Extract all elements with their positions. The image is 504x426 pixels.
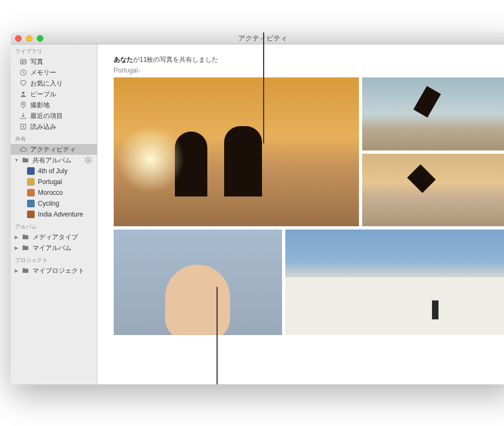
callout-line-top xyxy=(263,32,264,143)
shared-album-item[interactable]: Morocco xyxy=(11,187,97,198)
window-body: ライブラリ 写真 メモリー お気に入り ピープル 撮影地 xyxy=(11,44,504,384)
album-thumbnail-icon xyxy=(27,167,35,175)
disclosure-icon[interactable]: ▶ xyxy=(14,268,18,273)
sidebar-item-photos[interactable]: 写真 xyxy=(11,56,97,67)
maximize-button[interactable] xyxy=(37,35,43,42)
close-button[interactable] xyxy=(15,35,22,42)
activity-text: が11枚の写真を共有しました xyxy=(133,56,218,63)
photo-grid-row1 xyxy=(114,77,504,226)
disclosure-icon[interactable]: ▶ xyxy=(14,234,18,240)
sidebar-item-places[interactable]: 撮影地 xyxy=(11,100,97,110)
photo-grid-row2 xyxy=(114,230,504,335)
sidebar-label: メディアタイプ xyxy=(32,233,78,242)
sidebar: ライブラリ 写真 メモリー お気に入り ピープル 撮影地 xyxy=(11,44,97,384)
activity-description: あなたが11枚の写真を共有しました xyxy=(114,55,504,64)
main-content: あなたが11枚の写真を共有しました Portugal › xyxy=(97,44,504,384)
sidebar-item-memories[interactable]: メモリー xyxy=(11,67,97,78)
disclosure-icon[interactable]: ▶ xyxy=(14,245,18,251)
sidebar-label: 読み込み xyxy=(30,122,56,132)
sidebar-item-favorites[interactable]: お気に入り xyxy=(11,78,97,89)
folder-icon xyxy=(22,244,29,252)
person-icon xyxy=(19,90,27,98)
photo-thumbnail[interactable] xyxy=(114,77,359,226)
section-shared: 共有 xyxy=(11,132,97,144)
folder-icon xyxy=(22,233,29,241)
photo-thumbnail[interactable] xyxy=(114,230,282,335)
heart-icon xyxy=(19,80,27,87)
minimize-button[interactable] xyxy=(26,35,32,42)
photo-thumbnail[interactable] xyxy=(362,154,504,227)
album-thumbnail-icon xyxy=(27,189,35,196)
album-name: Cycling xyxy=(38,200,59,207)
sidebar-label: お気に入り xyxy=(30,79,63,88)
album-link-label: Portugal xyxy=(114,67,138,74)
folder-icon xyxy=(22,156,29,164)
folder-icon xyxy=(22,267,29,274)
sidebar-item-my-projects[interactable]: ▶ マイプロジェクト xyxy=(11,265,97,276)
photos-icon xyxy=(19,58,27,65)
section-library: ライブラリ xyxy=(11,44,97,56)
sidebar-item-recent[interactable]: 最近の項目 xyxy=(11,110,97,121)
sidebar-item-activity[interactable]: アクティビティ xyxy=(11,144,97,155)
callout-line-bottom xyxy=(217,287,218,384)
svg-point-4 xyxy=(23,103,24,104)
album-name: India Adventure xyxy=(38,211,83,218)
add-shared-album-button[interactable] xyxy=(84,156,93,165)
photo-thumbnail[interactable] xyxy=(362,77,504,150)
chevron-right-icon: › xyxy=(139,68,141,74)
sidebar-item-import[interactable]: 読み込み xyxy=(11,121,97,132)
svg-point-1 xyxy=(22,61,23,62)
memories-icon xyxy=(19,69,27,76)
sidebar-label: マイプロジェクト xyxy=(32,266,84,276)
sidebar-label: 共有アルバム xyxy=(32,156,71,165)
shared-album-item[interactable]: India Adventure xyxy=(11,209,97,220)
section-projects: プロジェクト xyxy=(11,253,97,265)
sidebar-label: 撮影地 xyxy=(30,101,50,110)
sidebar-label: メモリー xyxy=(30,68,56,77)
shared-album-item[interactable]: 4th of July xyxy=(11,166,97,176)
section-albums: アルバム xyxy=(11,220,97,232)
sidebar-label: アクティビティ xyxy=(30,145,76,154)
sidebar-item-shared-albums[interactable]: ▼ 共有アルバム xyxy=(11,155,97,166)
disclosure-icon[interactable]: ▼ xyxy=(14,158,18,163)
sidebar-item-media-types[interactable]: ▶ メディアタイプ xyxy=(11,232,97,243)
photos-app-window: アクティビティ ライブラリ 写真 メモリー お気に入り ピープル xyxy=(11,32,504,384)
pin-icon xyxy=(19,101,27,109)
activity-post-header: あなたが11枚の写真を共有しました xyxy=(114,55,504,64)
album-thumbnail-icon xyxy=(27,178,35,186)
sidebar-label: 最近の項目 xyxy=(30,112,63,121)
sidebar-label: マイアルバム xyxy=(32,244,71,253)
author-name: あなた xyxy=(114,56,133,63)
sidebar-item-my-albums[interactable]: ▶ マイアルバム xyxy=(11,243,97,253)
album-name: Morocco xyxy=(38,189,63,196)
svg-point-3 xyxy=(22,91,25,94)
cloud-icon xyxy=(19,146,27,153)
download-icon xyxy=(19,123,27,130)
photo-thumbnail[interactable] xyxy=(285,230,504,335)
titlebar: アクティビティ xyxy=(11,32,504,44)
window-title: アクティビティ xyxy=(11,34,504,43)
traffic-lights xyxy=(15,35,43,42)
sidebar-label: ピープル xyxy=(30,90,56,99)
album-name: Portugal xyxy=(38,178,62,186)
sidebar-label: 写真 xyxy=(30,57,43,67)
shared-album-item[interactable]: Portugal xyxy=(11,176,97,187)
album-link[interactable]: Portugal › xyxy=(114,67,504,74)
album-name: 4th of July xyxy=(38,167,68,175)
import-icon xyxy=(19,112,27,120)
album-thumbnail-icon xyxy=(27,211,35,218)
album-thumbnail-icon xyxy=(27,200,35,207)
sidebar-item-people[interactable]: ピープル xyxy=(11,89,97,100)
shared-album-item[interactable]: Cycling xyxy=(11,198,97,209)
